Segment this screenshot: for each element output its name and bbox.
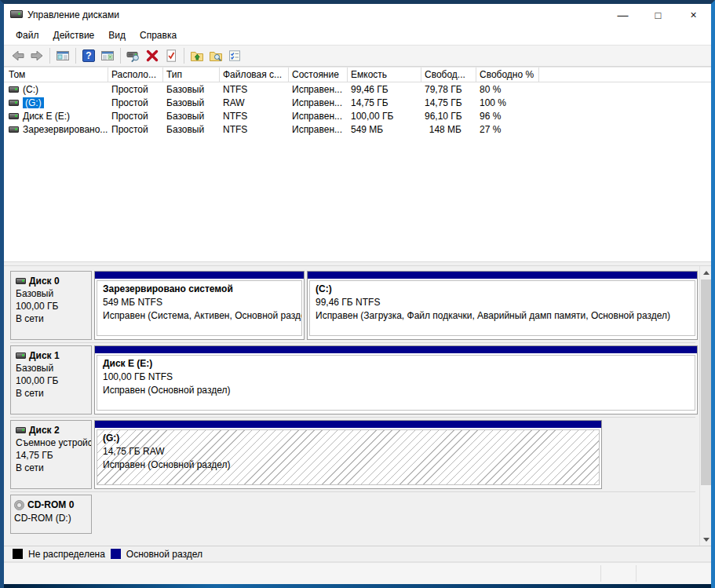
partition-e[interactable]: Диск E (E:) 100,00 ГБ NTFS Исправен (Осн… <box>94 345 698 415</box>
partition-name: (G:) <box>103 432 599 445</box>
partition-g-selected[interactable]: (G:) 14,75 ГБ RAW Исправен (Основной раз… <box>94 420 602 489</box>
volume-drive-icon <box>9 113 19 119</box>
legend-bar: Не распределена Основной раздел <box>4 546 711 561</box>
cell-layout: Простой <box>108 124 163 135</box>
cell-free-pct: 27 % <box>476 124 539 135</box>
column-header-volume[interactable]: Том <box>4 68 108 82</box>
menu-view[interactable]: Вид <box>101 27 133 43</box>
disk-0-row: Диск 0 Базовый 100,00 ГБ В сети Зарезерв… <box>10 271 695 343</box>
window-bottom-border <box>4 584 711 588</box>
cell-status: Исправен... <box>289 97 348 108</box>
volume-drive-icon <box>9 126 19 133</box>
status-bar <box>4 561 711 584</box>
minimize-button[interactable]: — <box>605 4 640 26</box>
disk-kind: Базовый <box>16 362 91 374</box>
disk-status: В сети <box>16 312 91 325</box>
column-header-filler <box>539 68 711 82</box>
disk-kind: Съемное устройство <box>16 436 91 449</box>
column-header-type[interactable]: Тип <box>163 68 220 82</box>
legend-swatch-primary <box>111 549 121 559</box>
scroll-down-icon[interactable] <box>700 533 711 546</box>
scroll-up-icon[interactable] <box>700 266 711 279</box>
svg-text:?: ? <box>86 50 91 61</box>
volume-list-header: Том Располо... Тип Файловая с... Состоян… <box>4 67 711 82</box>
partition-c[interactable]: (C:) 99,46 ГБ NTFS Исправен (Загрузка, Ф… <box>307 271 698 340</box>
back-icon[interactable] <box>9 46 27 65</box>
toolbar-separator <box>75 48 76 64</box>
partition-info: 14,75 ГБ RAW <box>103 445 599 458</box>
column-header-status[interactable]: Состояние <box>289 68 348 82</box>
legend-label-primary: Основной раздел <box>126 549 202 560</box>
table-row-volume-g[interactable]: (G:) Простой Базовый RAW Исправен... 14,… <box>4 96 711 109</box>
cdrom-header[interactable]: CD-ROM 0 CD-ROM (D:) <box>10 495 92 534</box>
disk-2-tracks: (G:) 14,75 ГБ RAW Исправен (Основной раз… <box>94 420 604 489</box>
volume-name-selected: (G:) <box>23 97 44 108</box>
cell-type: Базовый <box>163 97 220 108</box>
help-icon[interactable]: ? <box>79 46 98 65</box>
partition-status: Исправен (Система, Активен, Основной раз… <box>103 309 301 323</box>
folder-explore-icon[interactable] <box>206 46 225 65</box>
disk-0-header[interactable]: Диск 0 Базовый 100,00 ГБ В сети <box>10 271 92 340</box>
column-header-free[interactable]: Свобод... <box>421 68 476 82</box>
cell-free-pct: 96 % <box>476 111 539 122</box>
cell-capacity: 14,75 ГБ <box>348 97 421 108</box>
partition-info: 100,00 ГБ NTFS <box>103 371 695 384</box>
toolbar: ? <box>4 45 711 67</box>
properties-list-icon[interactable] <box>225 46 244 65</box>
graphical-view: Диск 0 Базовый 100,00 ГБ В сети Зарезерв… <box>4 266 711 546</box>
cell-filesystem: RAW <box>220 97 289 108</box>
disk-kind: Базовый <box>16 287 91 300</box>
table-row-volume-e[interactable]: Диск E (E:) Простой Базовый NTFS Исправе… <box>4 109 711 122</box>
menu-action[interactable]: Действие <box>46 27 102 43</box>
console-tree-icon[interactable] <box>53 46 72 65</box>
disk-2-row: Диск 2 Съемное устройство 14,75 ГБ В сет… <box>10 420 695 492</box>
disk-size: 14,75 ГБ <box>16 449 91 462</box>
menu-file[interactable]: Файл <box>9 27 46 43</box>
column-header-layout[interactable]: Располо... <box>108 68 163 82</box>
maximize-button[interactable]: □ <box>640 4 676 26</box>
cell-layout: Простой <box>108 84 163 95</box>
cell-filesystem: NTFS <box>220 84 289 95</box>
status-separator <box>636 565 637 582</box>
folder-up-icon[interactable] <box>188 46 206 65</box>
action-pane-icon[interactable] <box>98 46 117 65</box>
titlebar: Управление дисками — □ × <box>4 4 711 26</box>
cell-capacity: 549 МБ <box>348 124 421 135</box>
partition-status: Исправен (Основной раздел) <box>103 458 599 472</box>
device-view-icon[interactable] <box>124 46 143 65</box>
disk-icon <box>16 278 26 284</box>
cdrom-row: CD-ROM 0 CD-ROM (D:) <box>10 495 695 534</box>
disk-1-header[interactable]: Диск 1 Базовый 100,00 ГБ В сети <box>10 345 92 415</box>
check-document-icon[interactable] <box>162 46 181 65</box>
cdrom-icon <box>14 500 24 510</box>
vertical-scrollbar[interactable] <box>699 266 711 546</box>
cdrom-device: CD-ROM (D:) <box>14 512 91 525</box>
cell-status: Исправен... <box>289 124 348 135</box>
disk-size: 100,00 ГБ <box>16 374 91 387</box>
toolbar-separator <box>49 48 50 64</box>
table-row-volume-reserved[interactable]: Зарезервировано... Простой Базовый NTFS … <box>4 122 711 136</box>
partition-name: Зарезервировано системой <box>103 283 301 296</box>
column-header-free-pct[interactable]: Свободно % <box>476 68 539 82</box>
forward-icon[interactable] <box>27 46 46 65</box>
partition-system-reserved[interactable]: Зарезервировано системой 549 МБ NTFS Исп… <box>94 271 305 340</box>
column-header-capacity[interactable]: Емкость <box>348 68 421 82</box>
cell-type: Базовый <box>163 124 220 135</box>
volume-name: Диск E (E:) <box>23 111 70 122</box>
cell-capacity: 100,00 ГБ <box>348 111 421 122</box>
volume-name: Зарезервировано... <box>23 124 108 135</box>
disk-1-tracks: Диск E (E:) 100,00 ГБ NTFS Исправен (Осн… <box>94 345 700 415</box>
disk-0-tracks: Зарезервировано системой 549 МБ NTFS Исп… <box>94 271 700 340</box>
table-row-volume-c[interactable]: (C:) Простой Базовый NTFS Исправен... 99… <box>4 82 711 96</box>
delete-volume-icon[interactable] <box>143 46 162 65</box>
scrollbar-thumb[interactable] <box>701 279 711 485</box>
toolbar-separator <box>184 48 184 64</box>
menu-help[interactable]: Справка <box>133 27 184 43</box>
disk-label: Диск 0 <box>29 275 60 287</box>
disk-status: В сети <box>16 462 91 474</box>
column-header-filesystem[interactable]: Файловая с... <box>220 68 289 82</box>
disk-2-header[interactable]: Диск 2 Съемное устройство 14,75 ГБ В сет… <box>10 420 92 489</box>
close-button[interactable]: × <box>676 4 711 26</box>
legend-swatch-unallocated <box>13 549 23 559</box>
volume-drive-icon <box>9 86 19 93</box>
